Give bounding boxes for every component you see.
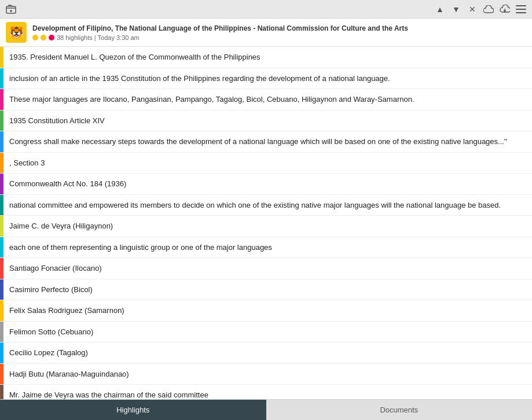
- highlight-item[interactable]: Casimiro Perfecto (Bicol): [0, 279, 532, 301]
- doc-meta: 38 highlights | Today 3:30 am: [32, 34, 408, 41]
- doc-icon: 🐯: [6, 22, 27, 43]
- highlight-item[interactable]: Commonwealth Act No. 184 (1936): [0, 174, 532, 195]
- doc-info: Development of Filipino, The National La…: [32, 24, 408, 42]
- highlight-text: Commonwealth Act No. 184 (1936): [3, 174, 532, 194]
- svg-rect-1: [516, 5, 526, 6]
- dot-yellow-1: [32, 35, 38, 40]
- highlight-text: 1935 Constitution Article XIV: [3, 110, 532, 131]
- highlight-text: Cecilio Lopez (Tagalog): [3, 342, 532, 363]
- highlight-text: each one of them representing a linguist…: [3, 237, 532, 258]
- svg-rect-3: [516, 12, 526, 13]
- highlight-item[interactable]: Felimon Sotto (Cebuano): [0, 322, 532, 343]
- highlight-item[interactable]: These major languages are Ilocano, Panga…: [0, 89, 532, 110]
- highlight-text: , Section 3: [3, 153, 532, 174]
- dot-yellow-2: [41, 35, 46, 40]
- highlight-text: These major languages are Ilocano, Panga…: [3, 89, 532, 110]
- highlight-item[interactable]: national committee and empowered its mem…: [0, 195, 532, 216]
- toolbar-left: [5, 3, 17, 16]
- highlight-text: 1935. President Manuel L. Quezon of the …: [3, 47, 532, 68]
- highlight-text: Jaime C. de Veyra (Hiligaynon): [3, 216, 532, 237]
- highlight-item[interactable]: 1935 Constitution Article XIV: [0, 110, 532, 132]
- highlight-text: Santiago Fonacier (Ilocano): [3, 258, 532, 279]
- highlight-item[interactable]: each one of them representing a linguist…: [0, 237, 532, 259]
- highlight-text: national committee and empowered its mem…: [3, 195, 532, 216]
- highlight-text: Mr. Jaime de Veyra was the chairman of t…: [3, 385, 532, 399]
- highlight-item[interactable]: Felix Salas Rodriguez (Samarnon): [0, 300, 532, 322]
- scroll-down-icon[interactable]: ▼: [450, 3, 463, 16]
- highlight-item[interactable]: Jaime C. de Veyra (Hiligaynon): [0, 216, 532, 237]
- cloud-icon[interactable]: [482, 3, 495, 16]
- highlight-item[interactable]: 1935. President Manuel L. Quezon of the …: [0, 47, 532, 68]
- close-icon[interactable]: ✕: [466, 3, 479, 16]
- highlight-item[interactable]: Congress shall make necessary steps towa…: [0, 131, 532, 153]
- highlights-panel[interactable]: 1935. President Manuel L. Quezon of the …: [0, 47, 532, 399]
- svg-rect-2: [516, 9, 526, 10]
- dot-red: [49, 35, 54, 40]
- cloud-download-icon[interactable]: [498, 3, 511, 16]
- doc-header: 🐯 Development of Filipino, The National …: [0, 19, 532, 47]
- toolbar-right: ▲ ▼ ✕: [434, 3, 527, 16]
- main-content: 1935. President Manuel L. Quezon of the …: [0, 47, 532, 399]
- tab-highlights[interactable]: Highlights: [0, 400, 266, 420]
- highlight-text: Hadji Butu (Maranao-Maguindanao): [3, 364, 532, 385]
- highlight-text: inclusion of an article in the 1935 Cons…: [3, 68, 532, 89]
- menu-icon[interactable]: [515, 3, 527, 16]
- scroll-up-icon[interactable]: ▲: [434, 3, 446, 16]
- highlight-item[interactable]: Santiago Fonacier (Ilocano): [0, 258, 532, 279]
- highlight-item[interactable]: Cecilio Lopez (Tagalog): [0, 342, 532, 364]
- highlight-item[interactable]: , Section 3: [0, 153, 532, 174]
- doc-highlights-count: 38 highlights | Today 3:30 am: [57, 34, 140, 41]
- highlight-item[interactable]: Hadji Butu (Maranao-Maguindanao): [0, 364, 532, 385]
- doc-title: Development of Filipino, The National La…: [32, 24, 408, 34]
- highlight-item[interactable]: Mr. Jaime de Veyra was the chairman of t…: [0, 385, 532, 399]
- highlight-text: Congress shall make necessary steps towa…: [3, 131, 532, 152]
- bottom-tabs: Highlights Documents: [0, 399, 532, 420]
- highlight-item[interactable]: inclusion of an article in the 1935 Cons…: [0, 68, 532, 90]
- add-folder-icon[interactable]: [5, 3, 17, 16]
- highlight-text: Felix Salas Rodriguez (Samarnon): [3, 300, 532, 321]
- highlight-text: Casimiro Perfecto (Bicol): [3, 279, 532, 300]
- toolbar: ▲ ▼ ✕: [0, 0, 532, 19]
- tab-documents[interactable]: Documents: [266, 400, 533, 420]
- highlight-text: Felimon Sotto (Cebuano): [3, 322, 532, 342]
